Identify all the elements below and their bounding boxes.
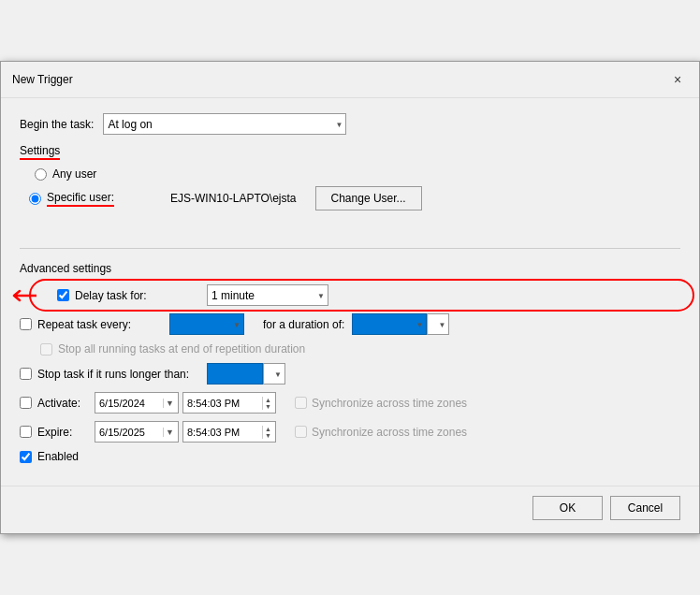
delay-task-row: Delay task for: 1 minute 30 seconds 1 ho… — [57, 284, 680, 306]
cancel-button[interactable]: Cancel — [610, 496, 680, 520]
expire-checkbox[interactable] — [20, 426, 32, 438]
stop-task-checkbox-wrapper: Stop task if it runs longer than: — [20, 368, 207, 381]
delay-task-select[interactable]: 1 minute 30 seconds 1 hour 8 hours 1 day — [207, 284, 328, 306]
close-button[interactable]: × — [667, 69, 688, 90]
expire-checkbox-wrapper: Expire: — [20, 426, 95, 439]
enabled-label: Enabled — [37, 450, 79, 463]
expire-label: Expire: — [37, 426, 72, 439]
advanced-settings-section: Advanced settings Delay task for: 1 minu… — [20, 248, 680, 463]
ok-button[interactable]: OK — [532, 496, 603, 520]
repeat-select-wrapper — [169, 313, 244, 335]
stop-task-label: Stop task if it runs longer than: — [37, 368, 189, 381]
activate-sync-wrapper: Synchronize across time zones — [295, 397, 467, 410]
expire-sync-checkbox[interactable] — [295, 426, 307, 438]
settings-section: Settings — [20, 144, 680, 160]
change-user-button[interactable]: Change User... — [315, 186, 422, 210]
expire-date-value: 6/15/2025 — [99, 427, 145, 438]
any-user-row: Any user — [35, 167, 680, 181]
duration-value-box[interactable] — [352, 313, 427, 335]
stop-running-row: Stop all running tasks at end of repetit… — [40, 342, 680, 356]
begin-task-row: Begin the task: At log on — [20, 113, 680, 135]
expire-row: Expire: 6/15/2025 ▼ 8:54:03 PM ▲▼ Synchr… — [20, 421, 680, 443]
activate-date-value: 6/15/2024 — [99, 398, 145, 409]
username-value: EJS-WIN10-LAPTO\ejsta — [170, 192, 296, 205]
activate-sync-checkbox[interactable] — [295, 397, 307, 409]
expire-calendar-icon[interactable]: ▼ — [163, 428, 174, 437]
settings-label: Settings — [20, 144, 60, 160]
stop-task-value-box[interactable] — [207, 363, 263, 385]
activate-time-value: 8:54:03 PM — [187, 398, 240, 409]
activate-sync-label: Synchronize across time zones — [312, 397, 467, 410]
title-bar: New Trigger × — [1, 62, 699, 98]
specific-user-row: Specific user: EJS-WIN10-LAPTO\ejsta Cha… — [29, 186, 680, 210]
expire-time-field[interactable]: 8:54:03 PM ▲▼ — [182, 421, 276, 443]
repeat-task-row: Repeat task every: for a duration of: ▼ — [20, 313, 680, 335]
stop-task-row: Stop task if it runs longer than: ▼ — [20, 363, 680, 385]
activate-date-field[interactable]: 6/15/2024 ▼ — [95, 392, 179, 414]
stop-task-dropdown-wrapper: ▼ — [263, 363, 285, 385]
repeat-task-checkbox[interactable] — [20, 318, 32, 330]
expire-sync-label: Synchronize across time zones — [312, 426, 467, 439]
dialog-content: Begin the task: At log on Settings Any u… — [1, 98, 699, 486]
expire-date-field[interactable]: 6/15/2025 ▼ — [95, 421, 179, 443]
delay-task-checkbox[interactable] — [57, 289, 69, 301]
enabled-checkbox[interactable] — [20, 451, 32, 463]
activate-row: Activate: 6/15/2024 ▼ 8:54:03 PM ▲▼ Sync… — [20, 392, 680, 414]
duration-dropdown-wrapper: ▼ — [427, 313, 449, 335]
specific-user-label: Specific user: — [47, 191, 114, 207]
advanced-settings-label: Advanced settings — [20, 262, 680, 275]
delay-task-checkbox-wrapper: Delay task for: — [57, 289, 207, 302]
delay-task-label: Delay task for: — [75, 289, 147, 302]
activate-checkbox-wrapper: Activate: — [20, 397, 95, 410]
activate-label: Activate: — [37, 397, 80, 410]
stop-task-checkbox[interactable] — [20, 368, 32, 380]
repeat-value-box[interactable] — [169, 313, 244, 335]
stop-running-label: Stop all running tasks at end of repetit… — [58, 342, 305, 356]
stop-running-checkbox[interactable] — [40, 343, 52, 356]
begin-task-select[interactable]: At log on — [103, 113, 346, 135]
begin-task-select-wrapper: At log on — [103, 113, 346, 135]
expire-time-value: 8:54:03 PM — [187, 427, 240, 438]
new-trigger-dialog: New Trigger × Begin the task: At log on … — [0, 61, 700, 534]
specific-user-radio[interactable] — [29, 193, 41, 205]
activate-time-field[interactable]: 8:54:03 PM ▲▼ — [182, 392, 276, 414]
activate-time-spinner[interactable]: ▲▼ — [262, 397, 271, 410]
dialog-title: New Trigger — [12, 73, 73, 86]
any-user-label: Any user — [52, 167, 96, 181]
expire-time-spinner[interactable]: ▲▼ — [262, 426, 271, 439]
activate-calendar-icon[interactable]: ▼ — [163, 399, 174, 408]
repeat-task-checkbox-wrapper: Repeat task every: — [20, 318, 169, 331]
stop-task-dropdown[interactable]: ▼ — [263, 363, 285, 385]
repeat-task-label: Repeat task every: — [37, 318, 131, 331]
annotation-arrow — [10, 287, 36, 304]
duration-dropdown[interactable]: ▼ — [427, 313, 449, 335]
activate-checkbox[interactable] — [20, 397, 32, 409]
any-user-radio[interactable] — [35, 168, 47, 181]
delay-task-select-wrapper: 1 minute 30 seconds 1 hour 8 hours 1 day — [207, 284, 328, 306]
for-duration-label: for a duration of: — [263, 318, 344, 331]
expire-sync-wrapper: Synchronize across time zones — [295, 426, 467, 439]
dialog-footer: OK Cancel — [1, 486, 699, 533]
duration-select-wrapper — [352, 313, 427, 335]
enabled-row: Enabled — [20, 450, 680, 463]
begin-task-label: Begin the task: — [20, 118, 94, 131]
